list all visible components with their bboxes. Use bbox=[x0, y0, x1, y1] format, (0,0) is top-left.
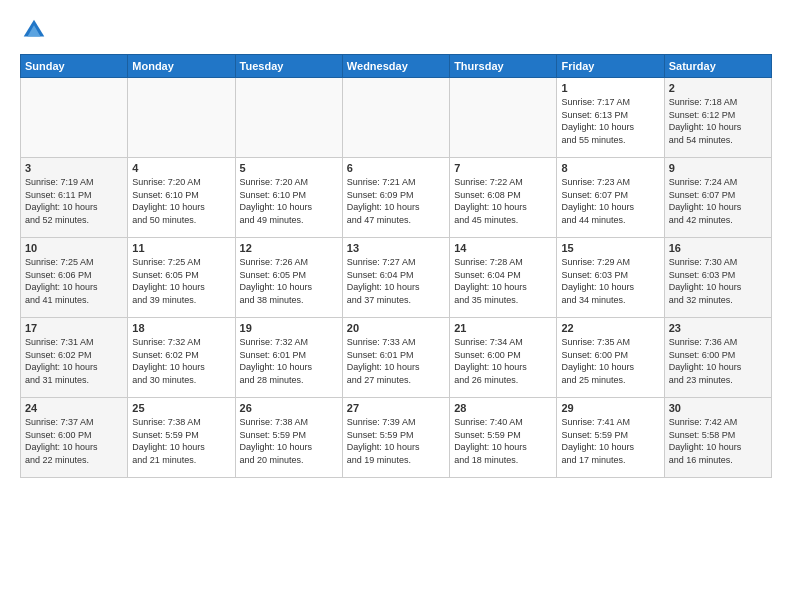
day-number: 14 bbox=[454, 242, 552, 254]
weekday-header-saturday: Saturday bbox=[664, 55, 771, 78]
logo-icon bbox=[20, 16, 48, 44]
header bbox=[20, 16, 772, 44]
calendar-cell: 4Sunrise: 7:20 AM Sunset: 6:10 PM Daylig… bbox=[128, 158, 235, 238]
day-info: Sunrise: 7:27 AM Sunset: 6:04 PM Dayligh… bbox=[347, 256, 445, 306]
week-row-4: 24Sunrise: 7:37 AM Sunset: 6:00 PM Dayli… bbox=[21, 398, 772, 478]
calendar-cell: 5Sunrise: 7:20 AM Sunset: 6:10 PM Daylig… bbox=[235, 158, 342, 238]
calendar-cell: 28Sunrise: 7:40 AM Sunset: 5:59 PM Dayli… bbox=[450, 398, 557, 478]
calendar-cell bbox=[128, 78, 235, 158]
day-number: 27 bbox=[347, 402, 445, 414]
day-number: 24 bbox=[25, 402, 123, 414]
calendar-cell: 11Sunrise: 7:25 AM Sunset: 6:05 PM Dayli… bbox=[128, 238, 235, 318]
calendar-cell: 30Sunrise: 7:42 AM Sunset: 5:58 PM Dayli… bbox=[664, 398, 771, 478]
weekday-header-friday: Friday bbox=[557, 55, 664, 78]
day-info: Sunrise: 7:17 AM Sunset: 6:13 PM Dayligh… bbox=[561, 96, 659, 146]
week-row-2: 10Sunrise: 7:25 AM Sunset: 6:06 PM Dayli… bbox=[21, 238, 772, 318]
day-info: Sunrise: 7:20 AM Sunset: 6:10 PM Dayligh… bbox=[132, 176, 230, 226]
weekday-header-row: SundayMondayTuesdayWednesdayThursdayFrid… bbox=[21, 55, 772, 78]
calendar-cell: 22Sunrise: 7:35 AM Sunset: 6:00 PM Dayli… bbox=[557, 318, 664, 398]
weekday-header-wednesday: Wednesday bbox=[342, 55, 449, 78]
calendar-cell: 19Sunrise: 7:32 AM Sunset: 6:01 PM Dayli… bbox=[235, 318, 342, 398]
calendar-cell: 23Sunrise: 7:36 AM Sunset: 6:00 PM Dayli… bbox=[664, 318, 771, 398]
day-info: Sunrise: 7:29 AM Sunset: 6:03 PM Dayligh… bbox=[561, 256, 659, 306]
day-number: 10 bbox=[25, 242, 123, 254]
day-number: 6 bbox=[347, 162, 445, 174]
week-row-0: 1Sunrise: 7:17 AM Sunset: 6:13 PM Daylig… bbox=[21, 78, 772, 158]
day-number: 1 bbox=[561, 82, 659, 94]
calendar-table: SundayMondayTuesdayWednesdayThursdayFrid… bbox=[20, 54, 772, 478]
calendar-cell: 9Sunrise: 7:24 AM Sunset: 6:07 PM Daylig… bbox=[664, 158, 771, 238]
week-row-3: 17Sunrise: 7:31 AM Sunset: 6:02 PM Dayli… bbox=[21, 318, 772, 398]
calendar-cell bbox=[450, 78, 557, 158]
day-info: Sunrise: 7:36 AM Sunset: 6:00 PM Dayligh… bbox=[669, 336, 767, 386]
day-number: 21 bbox=[454, 322, 552, 334]
day-info: Sunrise: 7:32 AM Sunset: 6:01 PM Dayligh… bbox=[240, 336, 338, 386]
calendar-cell: 24Sunrise: 7:37 AM Sunset: 6:00 PM Dayli… bbox=[21, 398, 128, 478]
day-number: 13 bbox=[347, 242, 445, 254]
weekday-header-sunday: Sunday bbox=[21, 55, 128, 78]
day-info: Sunrise: 7:25 AM Sunset: 6:05 PM Dayligh… bbox=[132, 256, 230, 306]
day-info: Sunrise: 7:38 AM Sunset: 5:59 PM Dayligh… bbox=[132, 416, 230, 466]
day-info: Sunrise: 7:30 AM Sunset: 6:03 PM Dayligh… bbox=[669, 256, 767, 306]
calendar-page: SundayMondayTuesdayWednesdayThursdayFrid… bbox=[0, 0, 792, 612]
weekday-header-tuesday: Tuesday bbox=[235, 55, 342, 78]
calendar-cell bbox=[235, 78, 342, 158]
calendar-cell: 13Sunrise: 7:27 AM Sunset: 6:04 PM Dayli… bbox=[342, 238, 449, 318]
day-info: Sunrise: 7:25 AM Sunset: 6:06 PM Dayligh… bbox=[25, 256, 123, 306]
calendar-cell: 14Sunrise: 7:28 AM Sunset: 6:04 PM Dayli… bbox=[450, 238, 557, 318]
day-info: Sunrise: 7:42 AM Sunset: 5:58 PM Dayligh… bbox=[669, 416, 767, 466]
day-info: Sunrise: 7:23 AM Sunset: 6:07 PM Dayligh… bbox=[561, 176, 659, 226]
weekday-header-monday: Monday bbox=[128, 55, 235, 78]
day-info: Sunrise: 7:20 AM Sunset: 6:10 PM Dayligh… bbox=[240, 176, 338, 226]
day-info: Sunrise: 7:26 AM Sunset: 6:05 PM Dayligh… bbox=[240, 256, 338, 306]
day-info: Sunrise: 7:33 AM Sunset: 6:01 PM Dayligh… bbox=[347, 336, 445, 386]
day-number: 2 bbox=[669, 82, 767, 94]
calendar-cell: 25Sunrise: 7:38 AM Sunset: 5:59 PM Dayli… bbox=[128, 398, 235, 478]
day-number: 19 bbox=[240, 322, 338, 334]
calendar-cell: 18Sunrise: 7:32 AM Sunset: 6:02 PM Dayli… bbox=[128, 318, 235, 398]
day-number: 9 bbox=[669, 162, 767, 174]
day-info: Sunrise: 7:22 AM Sunset: 6:08 PM Dayligh… bbox=[454, 176, 552, 226]
day-info: Sunrise: 7:41 AM Sunset: 5:59 PM Dayligh… bbox=[561, 416, 659, 466]
calendar-cell: 20Sunrise: 7:33 AM Sunset: 6:01 PM Dayli… bbox=[342, 318, 449, 398]
day-number: 5 bbox=[240, 162, 338, 174]
day-number: 18 bbox=[132, 322, 230, 334]
day-info: Sunrise: 7:38 AM Sunset: 5:59 PM Dayligh… bbox=[240, 416, 338, 466]
calendar-cell: 3Sunrise: 7:19 AM Sunset: 6:11 PM Daylig… bbox=[21, 158, 128, 238]
day-number: 30 bbox=[669, 402, 767, 414]
day-info: Sunrise: 7:39 AM Sunset: 5:59 PM Dayligh… bbox=[347, 416, 445, 466]
day-info: Sunrise: 7:35 AM Sunset: 6:00 PM Dayligh… bbox=[561, 336, 659, 386]
day-info: Sunrise: 7:21 AM Sunset: 6:09 PM Dayligh… bbox=[347, 176, 445, 226]
calendar-cell: 10Sunrise: 7:25 AM Sunset: 6:06 PM Dayli… bbox=[21, 238, 128, 318]
day-info: Sunrise: 7:34 AM Sunset: 6:00 PM Dayligh… bbox=[454, 336, 552, 386]
calendar-cell bbox=[342, 78, 449, 158]
day-number: 15 bbox=[561, 242, 659, 254]
day-number: 11 bbox=[132, 242, 230, 254]
day-info: Sunrise: 7:18 AM Sunset: 6:12 PM Dayligh… bbox=[669, 96, 767, 146]
day-number: 29 bbox=[561, 402, 659, 414]
calendar-cell: 2Sunrise: 7:18 AM Sunset: 6:12 PM Daylig… bbox=[664, 78, 771, 158]
day-number: 17 bbox=[25, 322, 123, 334]
day-info: Sunrise: 7:19 AM Sunset: 6:11 PM Dayligh… bbox=[25, 176, 123, 226]
calendar-cell: 6Sunrise: 7:21 AM Sunset: 6:09 PM Daylig… bbox=[342, 158, 449, 238]
weekday-header-thursday: Thursday bbox=[450, 55, 557, 78]
day-number: 3 bbox=[25, 162, 123, 174]
day-info: Sunrise: 7:24 AM Sunset: 6:07 PM Dayligh… bbox=[669, 176, 767, 226]
week-row-1: 3Sunrise: 7:19 AM Sunset: 6:11 PM Daylig… bbox=[21, 158, 772, 238]
day-number: 20 bbox=[347, 322, 445, 334]
day-number: 23 bbox=[669, 322, 767, 334]
calendar-cell: 27Sunrise: 7:39 AM Sunset: 5:59 PM Dayli… bbox=[342, 398, 449, 478]
calendar-cell: 16Sunrise: 7:30 AM Sunset: 6:03 PM Dayli… bbox=[664, 238, 771, 318]
logo bbox=[20, 16, 52, 44]
calendar-cell: 1Sunrise: 7:17 AM Sunset: 6:13 PM Daylig… bbox=[557, 78, 664, 158]
calendar-cell: 12Sunrise: 7:26 AM Sunset: 6:05 PM Dayli… bbox=[235, 238, 342, 318]
day-number: 4 bbox=[132, 162, 230, 174]
day-number: 28 bbox=[454, 402, 552, 414]
day-number: 8 bbox=[561, 162, 659, 174]
calendar-cell: 21Sunrise: 7:34 AM Sunset: 6:00 PM Dayli… bbox=[450, 318, 557, 398]
calendar-cell: 7Sunrise: 7:22 AM Sunset: 6:08 PM Daylig… bbox=[450, 158, 557, 238]
calendar-cell bbox=[21, 78, 128, 158]
day-number: 25 bbox=[132, 402, 230, 414]
day-number: 16 bbox=[669, 242, 767, 254]
day-number: 26 bbox=[240, 402, 338, 414]
